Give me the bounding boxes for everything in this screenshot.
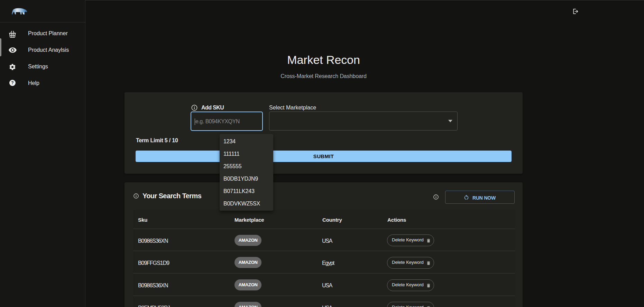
svg-text:?: ? (11, 80, 13, 85)
